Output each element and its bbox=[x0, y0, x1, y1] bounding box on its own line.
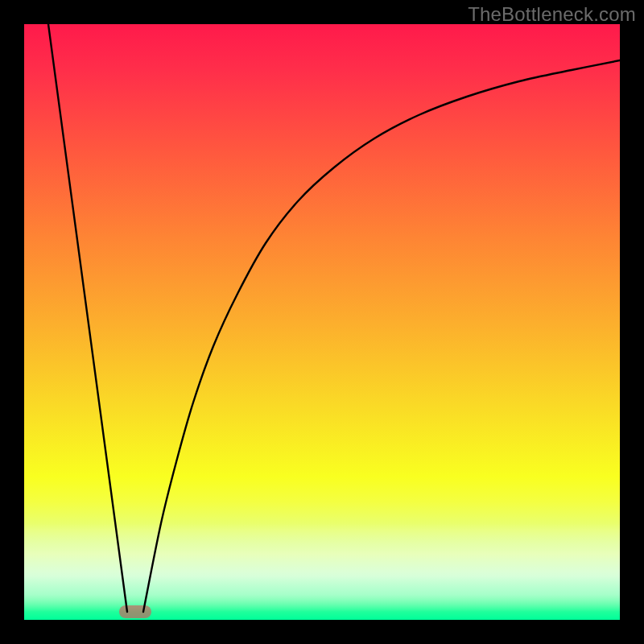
plot-area bbox=[24, 24, 620, 620]
chart-frame: TheBottleneck.com bbox=[0, 0, 644, 644]
curve-left-segment bbox=[48, 24, 127, 612]
watermark-text: TheBottleneck.com bbox=[468, 3, 636, 26]
bottleneck-curve-svg bbox=[24, 24, 620, 620]
curve-right-segment bbox=[143, 60, 620, 612]
